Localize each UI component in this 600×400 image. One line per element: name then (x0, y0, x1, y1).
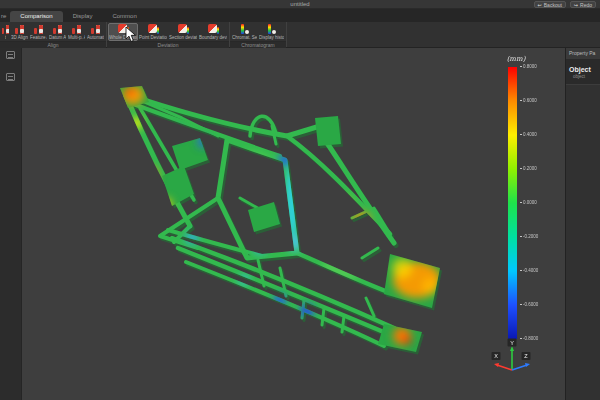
redo-button[interactable]: ↪ Redo (570, 1, 596, 8)
undo-icon: ↩ (538, 2, 542, 8)
multi-points-alignment-button[interactable]: Multi-p. Alignment (67, 23, 86, 41)
colorbar-tick: 0.4000 (520, 132, 537, 137)
section-deviation-button[interactable]: Section deviation (168, 23, 198, 41)
alignment-icon (32, 24, 45, 35)
alignment-icon (89, 24, 102, 35)
legend-unit-label: (mm) (496, 55, 536, 63)
property-panel-content (566, 84, 600, 400)
redo-label: Redo (580, 2, 592, 8)
axis-y-label: Y (510, 340, 514, 346)
boundary-deviation-button[interactable]: Boundary deviation (198, 23, 228, 41)
model-tree-icon[interactable] (6, 51, 15, 59)
colorbar-tick: -0.6000 (520, 302, 538, 307)
alignment-icon (13, 24, 26, 35)
chromatogram-icon (265, 24, 278, 35)
undo-button[interactable]: ↩ Backout (534, 1, 566, 8)
deviation-model (22, 48, 565, 400)
alignment-icon (1, 24, 10, 35)
ribbon-group-align: t 3D Alignment Feature Alignment Datum A… (0, 22, 107, 47)
deviation-cube-icon (207, 24, 220, 35)
align-button-clipped[interactable]: t (1, 23, 10, 41)
feature-alignment-button[interactable]: Feature Alignment (29, 23, 48, 41)
group-label-chromatogram: Chromatogram (230, 41, 286, 48)
colorbar-tick: 0.6000 (520, 98, 537, 103)
tab-comparison[interactable]: Comparison (10, 11, 62, 22)
ribbon-group-chromatogram: Chromat. Setting Display histogram Chrom… (230, 22, 287, 47)
mouse-cursor (125, 27, 138, 43)
colorbar-tick: 0.0000 (520, 200, 537, 205)
3d-alignment-button[interactable]: 3D Alignment (10, 23, 29, 41)
point-deviation-button[interactable]: Point Deviation (138, 23, 168, 41)
alignment-icon (51, 24, 64, 35)
undo-label: Backout (544, 2, 562, 8)
tab-partial[interactable]: re (0, 11, 10, 22)
property-panel-header: Property Pa (566, 48, 600, 59)
tab-common[interactable]: Common (102, 11, 146, 22)
datum-alignment-button[interactable]: Datum Alignment (48, 23, 67, 41)
object-subtitle[interactable]: object (573, 74, 600, 79)
left-toolbar (0, 48, 22, 400)
colorbar-gradient (508, 67, 517, 339)
tab-display[interactable]: Display (63, 11, 103, 22)
chromatogram-icon (238, 24, 251, 35)
object-title: Object (569, 66, 600, 73)
alignment-icon (70, 24, 83, 35)
automatic-alignment-button[interactable]: Automatic Alignment (86, 23, 105, 41)
axis-x-label: X (494, 353, 498, 359)
colorbar-tick: 0.8000 (520, 64, 537, 69)
group-label-align: Align (0, 41, 106, 48)
window-title: untitled (0, 1, 600, 7)
coordinate-axes: Y X Z (490, 338, 536, 380)
title-bar: untitled ↩ Backout ↪ Redo (0, 0, 600, 9)
display-histogram-button[interactable]: Display histogram (258, 23, 285, 41)
colorbar-tick: 0.2000 (520, 166, 537, 171)
ribbon: t 3D Alignment Feature Alignment Datum A… (0, 22, 600, 48)
colorbar-tick: -0.2000 (520, 234, 538, 239)
redo-icon: ↪ (574, 2, 578, 8)
3d-viewport[interactable]: (mm) 0.8000 0.6000 0.4000 0.2000 0.0000 … (22, 48, 565, 400)
deviation-cube-icon (147, 24, 160, 35)
deviation-cube-icon (177, 24, 190, 35)
chromatogram-setting-button[interactable]: Chromat. Setting (231, 23, 258, 41)
ribbon-tabs: re Comparison Display Common (0, 9, 600, 22)
property-panel: Property Pa Object object (565, 48, 600, 400)
colorbar-tick: -0.4000 (520, 268, 538, 273)
display-list-icon[interactable] (6, 73, 15, 81)
